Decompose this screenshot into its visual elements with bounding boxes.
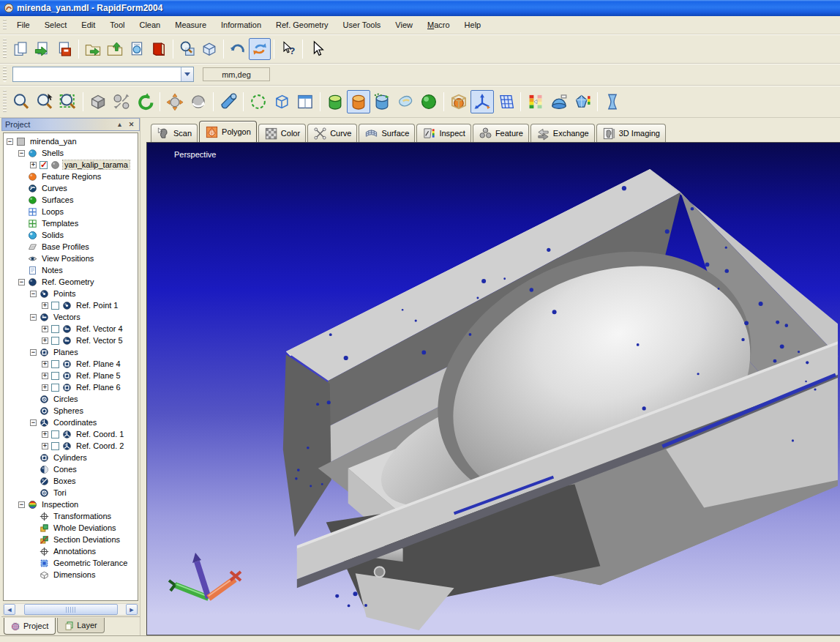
visibility-checkbox[interactable] — [51, 360, 59, 368]
import-button[interactable] — [82, 38, 104, 60]
wireframe-view-button[interactable] — [270, 90, 293, 113]
expander-icon[interactable]: − — [18, 150, 25, 157]
visibility-checkbox[interactable] — [51, 337, 59, 345]
visibility-checkbox[interactable] — [51, 325, 59, 333]
visibility-checkbox[interactable] — [51, 430, 59, 438]
tree-item-view-positions[interactable]: View Positions — [4, 253, 138, 264]
expander-icon[interactable]: + — [42, 384, 48, 391]
deviation-dome-button[interactable] — [547, 90, 571, 113]
tree-item-ref-point-1[interactable]: +Ref. Point 1 — [4, 299, 138, 311]
tab-curve[interactable]: Curve — [307, 124, 357, 142]
tree-item-inspection[interactable]: −Inspection — [4, 499, 138, 510]
tree-item-spheres[interactable]: Spheres — [4, 405, 138, 417]
select-region-button[interactable] — [247, 90, 270, 113]
tree-item-curves[interactable]: Curves — [4, 182, 138, 194]
menu-item-tool[interactable]: Tool — [102, 18, 132, 31]
tree-item-surfaces[interactable]: Surfaces — [4, 194, 138, 206]
tree-item-section-deviations[interactable]: Section Deviations — [4, 534, 138, 545]
expander-icon[interactable]: − — [18, 501, 25, 508]
new-document-button[interactable] — [10, 38, 31, 60]
zoom-dynamic-button[interactable] — [33, 90, 56, 113]
mesh-grid-button[interactable] — [494, 90, 517, 113]
shell-shaded-button[interactable] — [394, 90, 417, 113]
tolerance-gem-button[interactable] — [571, 90, 594, 113]
tree-item-transformations[interactable]: Transformations — [4, 510, 138, 522]
menu-item-help[interactable]: Help — [457, 18, 489, 31]
menu-item-measure[interactable]: Measure — [168, 18, 214, 31]
color-map-button[interactable] — [524, 90, 547, 113]
render-button[interactable] — [198, 38, 220, 60]
visibility-checkbox[interactable] — [51, 442, 59, 450]
tree-item-coordinates[interactable]: −Coordinates — [4, 417, 138, 428]
tab-feature[interactable]: Feature — [473, 124, 529, 142]
tab-3d-imaging[interactable]: 3D Imaging — [596, 124, 666, 142]
expander-icon[interactable]: + — [30, 162, 37, 168]
report-button[interactable] — [148, 38, 170, 60]
panel-collapse-button[interactable]: ▴ — [115, 120, 124, 130]
tree-item-cylinders[interactable]: Cylinders — [4, 452, 138, 463]
open-document-button[interactable] — [31, 38, 53, 60]
menu-item-ref-geometry[interactable]: Ref. Geometry — [269, 18, 336, 31]
scrollbar-track[interactable] — [15, 604, 126, 615]
tab-surface[interactable]: Surface — [359, 124, 415, 142]
tree-item-dimensions[interactable]: Dimensions — [4, 569, 138, 581]
tree-item-ref-coord-2[interactable]: +Ref. Coord. 2 — [4, 440, 138, 452]
tree-item-notes[interactable]: Notes — [4, 264, 138, 276]
expander-icon[interactable]: − — [7, 138, 13, 145]
undo-button[interactable] — [227, 38, 249, 60]
menu-item-user-tools[interactable]: User Tools — [336, 18, 389, 31]
combobox-dropdown-button[interactable] — [181, 67, 193, 81]
tree-item-annotations[interactable]: Annotations — [4, 545, 138, 557]
tree-item-feature-regions[interactable]: Feature Regions — [4, 171, 138, 182]
scroll-left-arrow-icon[interactable]: ◄ — [4, 604, 15, 615]
shaded-view-button[interactable] — [217, 90, 240, 113]
expander-icon[interactable]: − — [30, 349, 37, 356]
redo-button[interactable] — [249, 38, 271, 60]
tree-item-whole-deviations[interactable]: Whole Deviations — [4, 522, 138, 534]
tree-item-base-profiles[interactable]: Base Profiles — [4, 241, 138, 253]
command-input[interactable] — [13, 67, 181, 81]
tree-item-cones[interactable]: Cones — [4, 463, 138, 475]
expander-icon[interactable]: + — [42, 431, 48, 438]
menu-item-file[interactable]: File — [10, 18, 37, 31]
print-preview-button[interactable] — [176, 38, 198, 60]
viewport-3d[interactable]: Perspective — [146, 142, 840, 635]
expander-icon[interactable]: − — [30, 419, 37, 426]
tree-item-points[interactable]: −Points — [4, 288, 138, 299]
expander-icon[interactable]: − — [18, 279, 25, 285]
save-document-button[interactable] — [53, 38, 75, 60]
tree-item-mirenda-yan[interactable]: −mirenda_yan — [4, 135, 138, 147]
tab-polygon[interactable]: Polygon — [199, 121, 257, 142]
panel-tab-project[interactable]: Project — [4, 618, 56, 635]
panel-close-icon[interactable]: ✕ — [127, 120, 136, 130]
model-info-button[interactable] — [126, 38, 148, 60]
expander-icon[interactable]: + — [42, 443, 48, 449]
rotate-view-button[interactable] — [187, 90, 210, 113]
zoom-window-button[interactable] — [56, 90, 80, 113]
split-window-button[interactable] — [293, 90, 317, 113]
shell-green-button[interactable] — [323, 90, 347, 113]
expander-icon[interactable]: + — [42, 337, 48, 344]
menu-item-macro[interactable]: Macro — [420, 18, 457, 31]
tree-item-ref-plane-5[interactable]: +Ref. Plane 5 — [4, 370, 138, 381]
tree-item-boxes[interactable]: Boxes — [4, 475, 138, 487]
tree-item-ref-vector-4[interactable]: +Ref. Vector 4 — [4, 323, 138, 335]
menu-item-clean[interactable]: Clean — [132, 18, 168, 31]
scale-view-button[interactable] — [110, 90, 133, 113]
tree-item-ref-vector-5[interactable]: +Ref. Vector 5 — [4, 335, 138, 346]
select-tool-button[interactable] — [306, 38, 328, 60]
menu-item-view[interactable]: View — [388, 18, 420, 31]
bounding-box-button[interactable] — [447, 90, 470, 113]
view-toolbar-grip[interactable] — [3, 90, 7, 112]
command-bar-grip[interactable] — [3, 67, 7, 81]
scroll-right-arrow-icon[interactable]: ► — [126, 604, 138, 615]
view-cube-button[interactable] — [86, 90, 110, 113]
context-help-button[interactable]: ? — [277, 38, 299, 60]
tree-item-yan-kalip-tarama[interactable]: +yan_kalip_tarama — [4, 159, 138, 171]
expander-icon[interactable]: + — [42, 361, 48, 367]
visibility-checkbox[interactable] — [51, 384, 59, 392]
expander-icon[interactable]: + — [42, 326, 48, 332]
tree-item-ref-coord-1[interactable]: +Ref. Coord. 1 — [4, 428, 138, 440]
tree-item-tori[interactable]: Tori — [4, 487, 138, 499]
panel-tab-layer[interactable]: Layer — [57, 618, 105, 633]
